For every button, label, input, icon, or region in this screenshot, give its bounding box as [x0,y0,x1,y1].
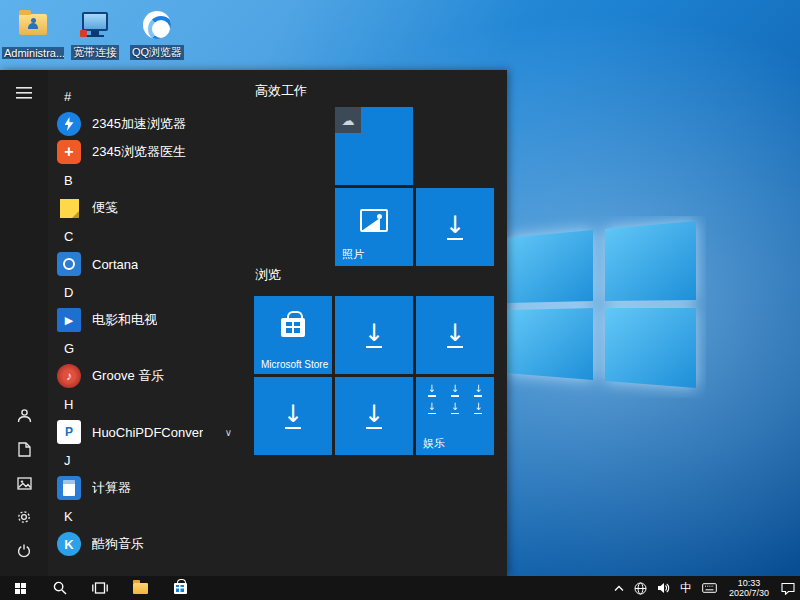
tile-group-title[interactable]: 浏览 [255,266,281,284]
app-item-groove-music[interactable]: ♪ Groove 音乐 [48,362,240,390]
app-section-header[interactable]: G [48,334,240,362]
tile-microsoft-store[interactable]: Microsoft Store [254,296,332,374]
desktop-icon-qq-browser[interactable]: QQ浏览器 [126,8,188,64]
start-menu-rail [0,70,48,576]
speaker-icon [657,582,670,594]
user-icon [17,408,32,423]
clock-date: 2020/7/30 [729,588,769,598]
start-button[interactable] [0,576,40,600]
windows-logo-icon [15,583,26,594]
app-item-pdf-converter[interactable]: P HuoChiPDFConver ∨ [48,418,240,446]
clock[interactable]: 10:33 2020/7/30 [722,576,776,600]
app-section-header[interactable]: C [48,222,240,250]
monitor-icon [82,12,108,31]
windows-hero-logo [498,216,706,398]
calculator-icon [57,476,81,500]
system-tray: 中 10:33 2020/7/30 [609,576,800,600]
power-icon [17,544,31,558]
movies-tv-icon: ▶ [57,308,81,332]
search-icon [53,581,67,595]
sticky-notes-icon [57,196,81,220]
app-item-movies-tv[interactable]: ▶ 电影和电视 [48,306,240,334]
tile-download-placeholder[interactable]: ↓ [416,296,494,374]
tile-download-placeholder[interactable]: ↓ [416,188,494,266]
photos-icon [360,209,388,232]
desktop-icon-label: Administra... [2,47,64,59]
app-item-kugou-music[interactable]: K 酷狗音乐 [48,530,240,558]
desktop-icon-label: QQ浏览器 [130,45,184,60]
groove-music-icon: ♪ [57,364,81,388]
network-button[interactable] [629,576,652,600]
ime-indicator[interactable]: 中 [675,576,697,600]
desktop-icon-label: 宽带连接 [71,45,119,60]
document-icon [18,442,31,457]
user-account-button[interactable] [0,398,48,432]
gear-icon [16,509,32,525]
tile-onedrive[interactable]: ☁ [335,107,413,185]
app-item-sticky-notes[interactable]: 便笺 [48,194,240,222]
tile-photos[interactable]: 照片 [335,188,413,266]
hamburger-icon [16,87,32,99]
chevron-down-icon[interactable]: ∨ [225,427,232,438]
app-item-2345-browser-doctor[interactable]: + 2345浏览器医生 [48,138,240,166]
tile-download-placeholder[interactable]: ↓ [335,296,413,374]
cloud-icon: ☁ [335,107,361,133]
download-icon: ↓ [283,404,303,429]
app-section-header[interactable]: D [48,278,240,306]
volume-button[interactable] [652,576,675,600]
pictures-button[interactable] [0,466,48,500]
app-section-header[interactable]: B [48,166,240,194]
user-folder-icon [19,14,47,35]
tile-download-placeholder[interactable]: ↓ [254,377,332,455]
file-explorer-button[interactable] [120,576,160,600]
action-center-button[interactable] [776,576,800,600]
documents-button[interactable] [0,432,48,466]
start-menu-app-list: # 2345加速浏览器 + 2345浏览器医生 B 便笺 C Cortana D [48,70,240,576]
power-button[interactable] [0,534,48,568]
hidden-icons-button[interactable] [609,576,629,600]
settings-button[interactable] [0,500,48,534]
tile-group-title[interactable]: 高效工作 [255,82,307,100]
chevron-up-icon [614,585,624,592]
task-view-button[interactable] [80,576,120,600]
start-menu: # 2345加速浏览器 + 2345浏览器医生 B 便笺 C Cortana D [0,70,507,576]
clock-time: 10:33 [738,578,761,588]
download-icon: ↓ [364,323,384,348]
start-menu-tiles: 高效工作 ☁ 照片 ↓ 浏览 Microsoft Store ↓ ↓ [248,70,507,576]
folder-icon [133,583,148,594]
app-section-header[interactable]: # [48,82,240,110]
connection-badge-icon [80,30,87,37]
2345-browser-doctor-icon: + [57,140,81,164]
store-icon [174,583,187,594]
store-button[interactable] [160,576,200,600]
search-button[interactable] [40,576,80,600]
expand-menu-button[interactable] [0,76,48,110]
download-icon: ↓ [364,404,384,429]
app-item-calculator[interactable]: 计算器 [48,474,240,502]
download-group-icon: ↓ ↓ ↓ ↓ ↓ ↓ [424,385,486,414]
pdf-converter-icon: P [57,420,81,444]
desktop-icon-administrator[interactable]: Administra... [2,8,64,63]
app-section-header[interactable]: K [48,502,240,530]
task-view-icon [92,582,108,594]
keyboard-icon [702,583,717,593]
tile-entertainment-folder[interactable]: ↓ ↓ ↓ ↓ ↓ ↓ 娱乐 [416,377,494,455]
app-item-cortana[interactable]: Cortana [48,250,240,278]
2345-speed-browser-icon [57,112,81,136]
touch-keyboard-button[interactable] [697,576,722,600]
network-globe-icon [634,582,647,595]
download-icon: ↓ [445,215,465,240]
picture-icon [17,477,32,490]
desktop: Administra... 宽带连接 QQ浏览器 [0,0,800,600]
app-section-header[interactable]: J [48,446,240,474]
action-center-icon [781,582,795,595]
taskbar: 中 10:33 2020/7/30 [0,576,800,600]
desktop-icon-broadband[interactable]: 宽带连接 [64,8,126,64]
cortana-icon [57,252,81,276]
qq-browser-icon [143,11,171,39]
app-section-header[interactable]: H [48,390,240,418]
download-icon: ↓ [445,323,465,348]
tile-download-placeholder[interactable]: ↓ [335,377,413,455]
app-item-2345-speed-browser[interactable]: 2345加速浏览器 [48,110,240,138]
store-bag-icon [281,318,305,337]
